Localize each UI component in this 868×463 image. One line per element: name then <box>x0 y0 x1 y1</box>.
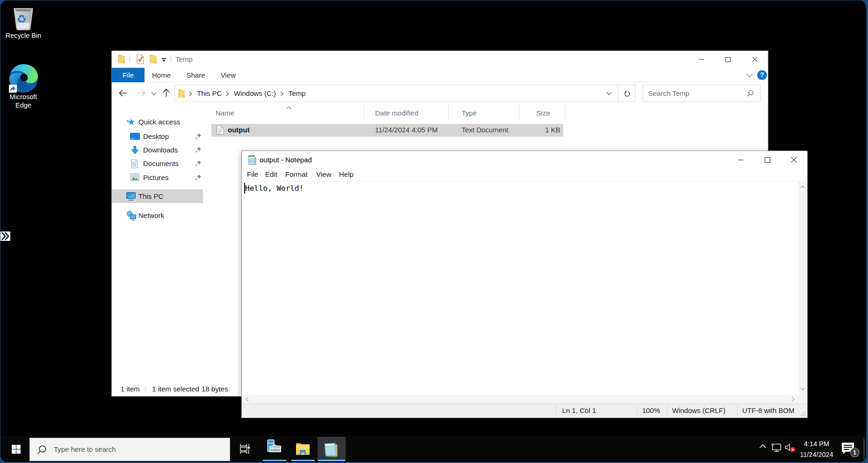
taskbar-search-box[interactable]: Type here to search <box>29 438 230 461</box>
sidebar-item-network[interactable]: Network <box>112 209 203 222</box>
breadcrumb-temp[interactable]: Temp <box>289 85 306 101</box>
text-document-icon <box>217 125 224 135</box>
breadcrumb-chevron-icon <box>188 91 192 96</box>
properties-check-icon[interactable] <box>137 54 144 64</box>
qat-dropdown-icon[interactable] <box>161 58 166 62</box>
breadcrumb-chevron-icon <box>225 91 229 96</box>
tray-clock-time[interactable]: 4:14 PM <box>798 440 835 448</box>
address-bar[interactable]: This PC Windows (C:) Temp <box>174 85 618 102</box>
svg-text:♻: ♻ <box>16 13 27 26</box>
sidebar-item-desktop[interactable]: Desktop <box>112 130 203 143</box>
action-center-button[interactable]: 1 <box>841 442 860 458</box>
sidebar-item-downloads[interactable]: Downloads <box>112 143 203 157</box>
volume-button[interactable] <box>785 443 796 453</box>
taskbar-app-notepad[interactable] <box>318 437 346 461</box>
menu-format[interactable]: Format <box>285 168 308 181</box>
column-header-name[interactable]: Name <box>216 103 234 120</box>
ribbon-expand-chevron-icon[interactable] <box>746 73 753 78</box>
notepad-close-button[interactable] <box>781 151 807 168</box>
sidebar-item-quick-access[interactable]: Quick access <box>112 115 203 129</box>
minimize-icon <box>738 157 744 163</box>
breadcrumb-this-pc[interactable]: This PC <box>197 85 222 101</box>
column-separator[interactable] <box>565 105 565 119</box>
column-separator[interactable] <box>519 105 520 119</box>
scroll-down-icon[interactable] <box>800 387 805 391</box>
column-header-type[interactable]: Type <box>462 103 477 120</box>
close-icon <box>791 157 797 163</box>
desktop-icon-label: Microsoft <box>10 93 37 101</box>
desktop-icon-recycle-bin[interactable]: ♻ Recycle Bin <box>1 5 46 40</box>
side-flyout-button[interactable] <box>0 232 10 241</box>
qat-separator <box>171 55 171 63</box>
status-item-count: 1 item <box>121 383 140 396</box>
tray-clock-date[interactable]: 11/24/2024 <box>798 451 835 458</box>
sort-ascending-chevron-icon <box>285 106 292 110</box>
scroll-up-icon[interactable] <box>800 185 805 188</box>
help-icon[interactable]: ? <box>757 70 767 80</box>
status-separator <box>637 406 637 416</box>
pin-icon <box>195 146 202 153</box>
notepad-titlebar[interactable]: output - Notepad <box>242 151 807 168</box>
back-arrow-icon[interactable] <box>119 89 127 97</box>
scroll-right-icon[interactable] <box>791 397 795 402</box>
address-dropdown-chevron-icon[interactable] <box>606 92 612 95</box>
file-row-output[interactable]: output 11/24/2024 4:05 PM Text Document … <box>211 124 563 137</box>
taskbar-app-file-explorer[interactable] <box>289 436 317 462</box>
menu-file[interactable]: File <box>247 168 258 181</box>
recent-locations-chevron-icon[interactable] <box>151 92 157 95</box>
status-encoding: UTF-8 with BOM <box>742 404 795 418</box>
explorer-ribbon-tabs: File Home Share View ? <box>112 68 768 82</box>
explorer-minimize-button[interactable] <box>688 51 715 68</box>
notepad-minimize-button[interactable] <box>727 151 754 168</box>
explorer-close-button[interactable] <box>741 51 768 68</box>
menu-help[interactable]: Help <box>339 168 354 181</box>
sidebar-item-documents[interactable]: Documents <box>112 157 203 170</box>
column-separator[interactable] <box>448 105 448 119</box>
taskbar-app-admin-tools[interactable] <box>260 436 289 462</box>
menu-edit[interactable]: Edit <box>265 168 277 181</box>
show-hidden-icons-button[interactable] <box>759 444 767 449</box>
resize-grip-icon[interactable] <box>800 411 806 417</box>
tab-view[interactable]: View <box>213 68 243 82</box>
status-zoom-level: 100% <box>642 404 660 418</box>
start-button[interactable] <box>5 436 27 462</box>
pin-icon <box>195 133 202 140</box>
explorer-search-box[interactable]: Search Temp <box>643 85 761 102</box>
column-separator[interactable] <box>364 105 364 119</box>
tab-share[interactable]: Share <box>178 68 213 82</box>
file-type: Text Document <box>462 124 508 137</box>
notepad-vertical-scrollbar[interactable] <box>798 181 807 395</box>
forward-arrow-icon[interactable] <box>137 89 145 97</box>
maximize-icon <box>725 57 731 62</box>
explorer-sidebar: Quick access Desktop <box>112 103 211 383</box>
menu-view[interactable]: View <box>316 168 331 181</box>
notepad-window-title: output - Notepad <box>260 151 312 168</box>
explorer-titlebar[interactable]: Temp <box>112 51 768 68</box>
notepad-maximize-button[interactable] <box>754 151 781 168</box>
notepad-icon <box>247 155 257 166</box>
sidebar-item-pictures[interactable]: Pictures <box>112 171 203 184</box>
recycle-bin-icon: ♻ <box>11 5 36 31</box>
column-header-date-modified[interactable]: Date modified <box>375 103 419 120</box>
notepad-text-area[interactable]: Hello, World! <box>242 181 798 395</box>
breadcrumb-windows-c[interactable]: Windows (C:) <box>234 85 276 101</box>
scroll-left-icon[interactable] <box>246 397 249 402</box>
search-icon <box>37 445 47 455</box>
tab-home[interactable]: Home <box>145 68 178 82</box>
up-arrow-icon[interactable] <box>162 88 171 97</box>
file-size: 1 KB <box>520 124 560 137</box>
task-view-button[interactable] <box>235 436 254 462</box>
notepad-horizontal-scrollbar[interactable] <box>242 395 798 404</box>
new-folder-icon[interactable] <box>149 54 157 64</box>
action-center-icon: 1 <box>841 442 860 458</box>
show-desktop-divider[interactable] <box>864 439 864 459</box>
quick-access-star-icon <box>126 118 135 126</box>
desktop-icon-microsoft-edge[interactable]: MicrosoftEdge <box>1 64 46 109</box>
sidebar-item-this-pc[interactable]: This PC <box>112 189 203 203</box>
tab-file[interactable]: File <box>112 68 145 82</box>
column-header-size[interactable]: Size <box>521 103 550 120</box>
refresh-button[interactable] <box>619 85 636 102</box>
network-status-icon[interactable] <box>771 442 782 453</box>
network-tray-icon <box>771 442 782 453</box>
explorer-maximize-button[interactable] <box>715 51 741 68</box>
